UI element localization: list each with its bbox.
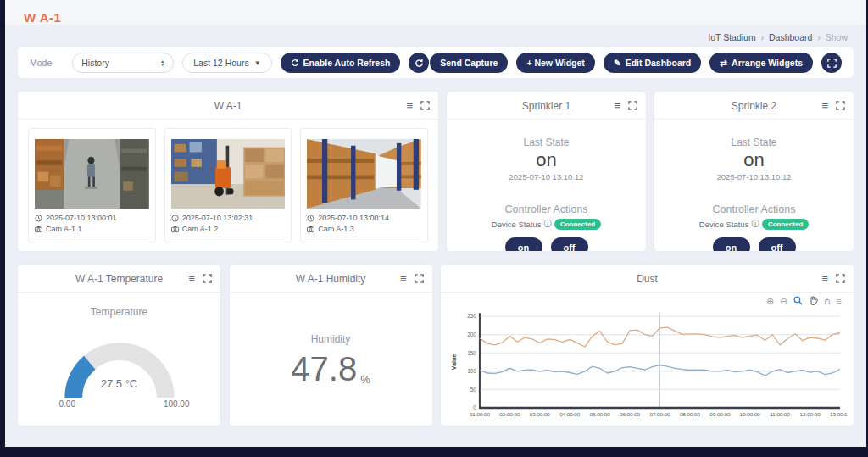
off-button[interactable]: off xyxy=(759,237,796,252)
svg-text:10:00:00: 10:00:00 xyxy=(740,411,761,417)
enable-auto-refresh-label: Enable Auto Refresh xyxy=(303,58,391,68)
pencil-icon: ✎ xyxy=(614,58,621,68)
gauge-max-label: 100.00 xyxy=(164,399,190,409)
svg-text:04:00:00: 04:00:00 xyxy=(559,411,581,417)
camera-card[interactable]: 2025-07-10 13:02:31 Cam A-1.2 xyxy=(164,128,292,242)
svg-text:11:00:00: 11:00:00 xyxy=(770,411,790,417)
camera-widget-header: W A-1 ≡ xyxy=(18,92,438,120)
breadcrumb-dashboard[interactable]: Dashboard xyxy=(769,32,812,42)
camera-widget: W A-1 ≡ xyxy=(17,91,439,252)
device-status-label: Device Status xyxy=(699,220,749,229)
svg-text:05:00:00: 05:00:00 xyxy=(590,411,611,417)
on-button[interactable]: on xyxy=(505,237,542,252)
send-capture-label: Send Capture xyxy=(440,58,498,68)
camera-card[interactable]: 2025-07-10 13:00:14 Cam A-1.3 xyxy=(300,128,428,242)
gauge-min-label: 0.00 xyxy=(59,399,75,409)
enable-auto-refresh-button[interactable]: Enable Auto Refresh xyxy=(281,53,401,73)
new-widget-button[interactable]: + New Widget xyxy=(516,53,594,73)
breadcrumb-show: Show xyxy=(826,32,848,42)
widget-expand-icon[interactable] xyxy=(628,101,637,110)
widget-expand-icon[interactable] xyxy=(420,101,430,110)
widget-menu-icon[interactable]: ≡ xyxy=(188,273,195,284)
gauge-value: 27.5 °C xyxy=(39,377,200,390)
temperature-header: W A-1 Temperature ≡ xyxy=(18,265,220,293)
refresh-button[interactable] xyxy=(409,53,429,73)
svg-text:02:00:00: 02:00:00 xyxy=(499,411,520,417)
off-button[interactable]: off xyxy=(551,237,588,252)
fullscreen-button[interactable] xyxy=(821,53,842,73)
breadcrumb: IoT Stadium › Dashboard › Show xyxy=(708,32,848,42)
svg-text:250: 250 xyxy=(467,313,476,319)
dashboard-toolbar: Mode History ▲▼ Last 12 Hours ▼ Enable A… xyxy=(17,47,854,79)
temperature-gauge: 27.5 °C 0.00 100.00 xyxy=(39,321,200,413)
last-state-timestamp: 2025-07-10 13:10:12 xyxy=(716,172,791,181)
sprinkler1-header: Sprinkler 1 ≡ xyxy=(447,92,646,120)
widget-menu-icon[interactable]: ≡ xyxy=(614,100,620,111)
svg-text:07:00:00: 07:00:00 xyxy=(649,411,670,417)
temperature-widget: W A-1 Temperature ≡ Temperature 27.5 °C xyxy=(17,264,221,426)
svg-text:13:00:00: 13:00:00 xyxy=(830,411,847,417)
edit-dashboard-button[interactable]: ✎ Edit Dashboard xyxy=(604,53,701,73)
zoom-out-icon[interactable]: ⊖ xyxy=(780,297,787,306)
info-icon: ⓘ xyxy=(543,219,552,230)
widget-expand-icon[interactable] xyxy=(836,274,845,283)
camera-card[interactable]: 2025-07-10 13:00:01 Cam A-1.1 xyxy=(28,128,156,242)
camera-icon xyxy=(307,226,314,233)
mode-select[interactable]: History ▲▼ xyxy=(72,53,174,73)
svg-text:150: 150 xyxy=(467,350,476,356)
mode-label: Mode xyxy=(30,58,52,68)
refresh-icon xyxy=(415,59,424,68)
send-capture-button[interactable]: Send Capture xyxy=(430,53,508,73)
humidity-value: 47.8 xyxy=(291,352,357,386)
svg-text:200: 200 xyxy=(467,332,476,337)
camera-timestamp: 2025-07-10 13:02:31 xyxy=(182,213,253,224)
controller-actions-label: Controller Actions xyxy=(505,203,588,215)
time-range-value: Last 12 Hours xyxy=(193,58,248,68)
controller-actions-label: Controller Actions xyxy=(713,203,796,215)
arrange-widgets-label: Arrange Widgets xyxy=(732,58,803,68)
on-button[interactable]: on xyxy=(713,237,750,252)
humidity-header: W A-1 Humidity ≡ xyxy=(230,265,432,293)
home-icon[interactable]: ⌂ xyxy=(824,297,830,306)
zoom-in-icon[interactable]: ⊕ xyxy=(766,297,774,306)
box-zoom-icon[interactable] xyxy=(793,296,803,307)
camera-timestamp: 2025-07-10 13:00:14 xyxy=(318,213,389,224)
svg-text:08:00:00: 08:00:00 xyxy=(680,411,701,417)
clock-icon xyxy=(171,215,179,222)
widget-menu-icon[interactable]: ≡ xyxy=(821,273,828,284)
dust-line-chart[interactable]: 05010015020025001:00:0002:00:0003:00:000… xyxy=(449,308,847,426)
last-state-value: on xyxy=(743,150,764,170)
camera-name: Cam A-1.2 xyxy=(182,224,219,235)
svg-text:0: 0 xyxy=(473,404,476,410)
clock-icon xyxy=(35,215,42,222)
widget-menu-icon[interactable]: ≡ xyxy=(821,100,828,111)
svg-text:03:00:00: 03:00:00 xyxy=(530,411,551,417)
chart-menu-icon[interactable]: ≡ xyxy=(837,297,842,306)
sprinkler2-header: Sprinkle 2 ≡ xyxy=(654,92,854,120)
breadcrumb-iot-stadium[interactable]: IoT Stadium xyxy=(708,32,755,42)
camera-name: Cam A-1.3 xyxy=(318,224,354,235)
arrange-widgets-button[interactable]: ⇄ Arrange Widgets xyxy=(709,53,813,73)
pan-icon[interactable] xyxy=(809,296,818,307)
dashboard-page: W A-1 IoT Stadium › Dashboard › Show Mod… xyxy=(5,0,866,447)
svg-text:100: 100 xyxy=(467,368,476,374)
frame-left xyxy=(0,0,5,457)
widget-expand-icon[interactable] xyxy=(203,274,212,283)
chevron-right-icon: › xyxy=(761,33,764,42)
chevron-down-icon: ▼ xyxy=(254,59,261,67)
widget-expand-icon[interactable] xyxy=(836,101,845,110)
dust-widget: Dust ≡ ⊕ ⊖ ⌂ ≡ 05010015020025 xyxy=(440,264,854,426)
last-state-label: Last State xyxy=(523,137,569,148)
camera-icon xyxy=(35,226,42,233)
status-badge: Connected xyxy=(554,219,601,230)
mode-select-value: History xyxy=(81,58,109,68)
widget-menu-icon[interactable]: ≡ xyxy=(400,273,407,284)
camera-timestamp: 2025-07-10 13:00:01 xyxy=(46,213,117,224)
time-range-select[interactable]: Last 12 Hours ▼ xyxy=(182,53,271,73)
widget-menu-icon[interactable]: ≡ xyxy=(406,100,413,111)
page-title: W A-1 xyxy=(24,10,848,25)
widget-expand-icon[interactable] xyxy=(415,274,424,283)
svg-text:Value: Value xyxy=(451,354,457,370)
last-state-label: Last State xyxy=(731,137,776,148)
sprinkler1-widget: Sprinkler 1 ≡ Last State on 2025-07-10 1… xyxy=(446,91,647,252)
